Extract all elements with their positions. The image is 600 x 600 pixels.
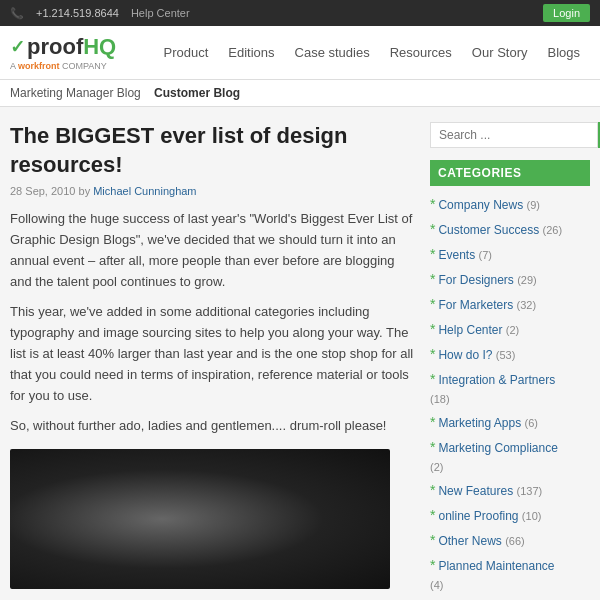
- category-link-8[interactable]: Marketing Apps: [438, 416, 521, 430]
- category-item-13: *Planned Maintenance(4): [430, 553, 590, 596]
- category-item-1: *Customer Success (26): [430, 217, 590, 242]
- category-link-10[interactable]: New Features: [438, 484, 513, 498]
- cat-count-7: (18): [430, 393, 450, 405]
- article-para-1: Following the huge success of last year'…: [10, 209, 415, 292]
- category-list: *Company News (9) *Customer Success (26)…: [430, 192, 590, 600]
- category-link-5[interactable]: Help Center: [438, 323, 502, 337]
- cat-count-3: (29): [517, 274, 537, 286]
- cat-bullet-3: *: [430, 271, 435, 287]
- login-button[interactable]: Login: [543, 4, 590, 22]
- cat-count-0: (9): [527, 199, 540, 211]
- category-link-3[interactable]: For Designers: [438, 273, 513, 287]
- nav-case-studies[interactable]: Case studies: [285, 39, 380, 66]
- article-para-3: So, without further ado, ladies and gent…: [10, 416, 415, 437]
- cat-bullet-0: *: [430, 196, 435, 212]
- top-bar: 📞 +1.214.519.8644 Help Center Login: [0, 0, 600, 26]
- phone-number: +1.214.519.8644: [36, 7, 119, 19]
- cat-bullet-1: *: [430, 221, 435, 237]
- categories-title: CATEGORIES: [430, 160, 590, 186]
- main-nav: Product Editions Case studies Resources …: [150, 39, 590, 66]
- workfront-text: workfront: [18, 61, 60, 71]
- category-item-4: *For Marketers (32): [430, 292, 590, 317]
- logo[interactable]: ✓ proof HQ A workfront COMPANY: [10, 34, 130, 71]
- article-title: The BIGGEST ever list of design resource…: [10, 122, 415, 179]
- breadcrumb-current: Customer Blog: [154, 86, 240, 100]
- category-link-6[interactable]: How do I?: [438, 348, 492, 362]
- cat-count-9: (2): [430, 461, 443, 473]
- cat-bullet-6: *: [430, 346, 435, 362]
- category-item-6: *How do I? (53): [430, 342, 590, 367]
- cat-count-2: (7): [478, 249, 491, 261]
- category-link-0[interactable]: Company News: [438, 198, 523, 212]
- cat-count-12: (66): [505, 535, 525, 547]
- category-link-12[interactable]: Other News: [438, 534, 501, 548]
- category-item-8: *Marketing Apps (6): [430, 410, 590, 435]
- cat-bullet-10: *: [430, 482, 435, 498]
- category-item-10: *New Features (137): [430, 478, 590, 503]
- cat-count-13: (4): [430, 579, 443, 591]
- logo-proof-text: proof: [27, 34, 83, 60]
- logo-hq-text: HQ: [83, 34, 116, 60]
- nav-our-story[interactable]: Our Story: [462, 39, 538, 66]
- nav-editions[interactable]: Editions: [218, 39, 284, 66]
- search-input[interactable]: [430, 122, 598, 148]
- category-item-2: *Events (7): [430, 242, 590, 267]
- category-link-11[interactable]: online Proofing: [438, 509, 518, 523]
- breadcrumb: Marketing Manager Blog Customer Blog: [0, 80, 600, 107]
- article-date: 28 Sep, 2010: [10, 185, 75, 197]
- category-item-14: *ProofHQ Features (33): [430, 596, 590, 600]
- logo-checkmark: ✓: [10, 36, 25, 58]
- category-link-2[interactable]: Events: [438, 248, 475, 262]
- cat-bullet-13: *: [430, 557, 435, 573]
- category-item-0: *Company News (9): [430, 192, 590, 217]
- logo-subtitle: A workfront COMPANY: [10, 61, 130, 71]
- main-content: The BIGGEST ever list of design resource…: [10, 122, 430, 600]
- phone-icon: 📞: [10, 7, 24, 20]
- cat-bullet-11: *: [430, 507, 435, 523]
- article-para-2: This year, we've added in some additiona…: [10, 302, 415, 406]
- cat-bullet-9: *: [430, 439, 435, 455]
- category-link-4[interactable]: For Marketers: [438, 298, 513, 312]
- article-image: [10, 449, 390, 589]
- article-author[interactable]: Michael Cunningham: [93, 185, 196, 197]
- nav-resources[interactable]: Resources: [380, 39, 462, 66]
- category-item-3: *For Designers (29): [430, 267, 590, 292]
- cat-count-11: (10): [522, 510, 542, 522]
- category-link-1[interactable]: Customer Success: [438, 223, 539, 237]
- article-meta: 28 Sep, 2010 by Michael Cunningham: [10, 185, 415, 197]
- cat-bullet-5: *: [430, 321, 435, 337]
- help-link[interactable]: Help Center: [131, 7, 190, 19]
- content-wrapper: The BIGGEST ever list of design resource…: [0, 107, 600, 600]
- search-box: Search: [430, 122, 590, 148]
- header: ✓ proof HQ A workfront COMPANY Product E…: [0, 26, 600, 80]
- cat-bullet-4: *: [430, 296, 435, 312]
- category-item-12: *Other News (66): [430, 528, 590, 553]
- cat-count-4: (32): [516, 299, 536, 311]
- category-item-7: *Integration & Partners(18): [430, 367, 590, 410]
- article-body: Following the huge success of last year'…: [10, 209, 415, 437]
- category-link-9[interactable]: Marketing Compliance: [438, 441, 557, 455]
- category-item-9: *Marketing Compliance(2): [430, 435, 590, 478]
- category-link-7[interactable]: Integration & Partners: [438, 373, 555, 387]
- cat-bullet-2: *: [430, 246, 435, 262]
- cat-bullet-12: *: [430, 532, 435, 548]
- category-item-5: *Help Center (2): [430, 317, 590, 342]
- cat-bullet-7: *: [430, 371, 435, 387]
- category-item-11: *online Proofing (10): [430, 503, 590, 528]
- cat-count-8: (6): [525, 417, 538, 429]
- article-image-bg: [10, 449, 390, 589]
- breadcrumb-parent[interactable]: Marketing Manager Blog: [10, 86, 141, 100]
- cat-count-10: (137): [517, 485, 543, 497]
- cat-count-5: (2): [506, 324, 519, 336]
- category-link-13[interactable]: Planned Maintenance: [438, 559, 554, 573]
- cat-count-1: (26): [543, 224, 563, 236]
- nav-blogs[interactable]: Blogs: [537, 39, 590, 66]
- sidebar: Search CATEGORIES *Company News (9) *Cus…: [430, 122, 590, 600]
- cat-bullet-8: *: [430, 414, 435, 430]
- article-by: by: [79, 185, 91, 197]
- cat-count-6: (53): [496, 349, 516, 361]
- nav-product[interactable]: Product: [153, 39, 218, 66]
